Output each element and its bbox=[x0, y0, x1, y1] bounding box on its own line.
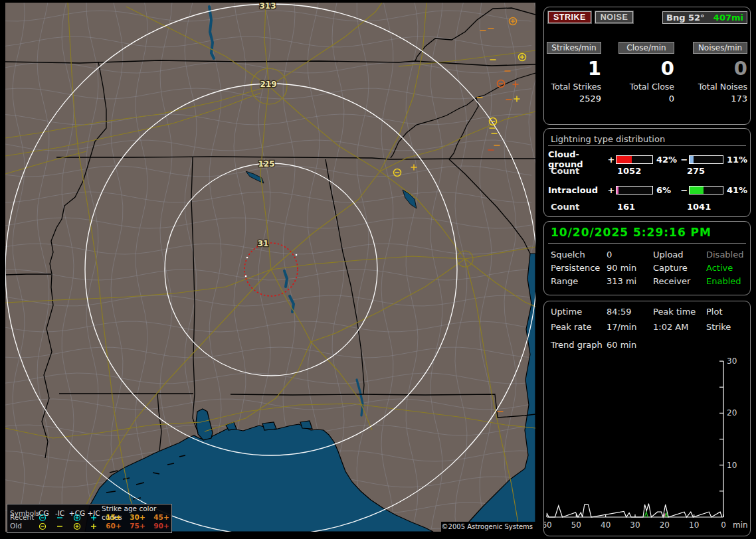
bearing-badge: Bng 52° 407mi bbox=[662, 11, 747, 24]
cg-negative-pct: 11% bbox=[723, 155, 746, 165]
cg-positive-count: 1052 bbox=[617, 166, 641, 176]
plot-value: Strike bbox=[706, 322, 746, 332]
capture-label: Capture bbox=[653, 263, 706, 273]
svg-text:125: 125 bbox=[258, 159, 274, 169]
total-noises-value: 173 bbox=[693, 94, 747, 104]
cg-negative-bar bbox=[689, 155, 723, 164]
circle-minus-icon bbox=[34, 522, 51, 530]
peak-rate-value: 17/min bbox=[607, 322, 653, 332]
peak-time-label: Peak time bbox=[653, 307, 706, 317]
plus-icon bbox=[86, 514, 102, 522]
counters-panel: STRIKE NOISE Bng 52° 407mi Strikes/min 1… bbox=[543, 7, 751, 125]
distribution-panel: Lightning type distribution Cloud-ground… bbox=[543, 128, 751, 217]
cg-negative-count: 275 bbox=[687, 166, 705, 176]
app-window: 31321912531 Symbols -CG -IC +CG +IC Stri… bbox=[0, 0, 756, 539]
svg-text:40: 40 bbox=[601, 520, 611, 530]
svg-text:10: 10 bbox=[727, 461, 737, 470]
svg-text:0: 0 bbox=[721, 520, 726, 530]
capture-status: Active bbox=[706, 263, 746, 273]
datetime-display: 10/20/2025 5:29:16 PM bbox=[551, 226, 711, 239]
close-counter-column: Close/min 0 Total Close 0 bbox=[618, 42, 674, 104]
cloud-ground-counts: Count 1052 275 bbox=[548, 166, 747, 177]
ic-negative-pct: 41% bbox=[723, 185, 746, 195]
peak-rate-label: Peak rate bbox=[551, 322, 607, 332]
circle-plus-icon bbox=[68, 514, 86, 522]
close-per-min-value: 0 bbox=[618, 56, 674, 80]
intracloud-counts: Count 161 1041 bbox=[548, 202, 747, 212]
svg-text:31: 31 bbox=[258, 239, 269, 248]
squelch-value: 0 bbox=[607, 250, 653, 260]
ic-negative-bar bbox=[689, 186, 723, 194]
range-label: Range bbox=[551, 276, 607, 286]
age-badge: 60+ bbox=[102, 522, 126, 530]
legend-row-old: Old bbox=[10, 522, 34, 530]
receiver-status: Enabled bbox=[706, 276, 746, 286]
status-panel: 10/20/2025 5:29:16 PM Squelch 0 Upload D… bbox=[543, 221, 751, 295]
svg-text:20: 20 bbox=[727, 408, 737, 418]
peak-time-value: 1:02 AM bbox=[653, 322, 706, 332]
svg-text:313: 313 bbox=[259, 3, 276, 11]
persistence-value: 90 min bbox=[607, 263, 653, 273]
age-badge: 75+ bbox=[126, 522, 149, 530]
status-row: Range 313 mi Receiver Enabled bbox=[551, 276, 746, 286]
uptime-label: Uptime bbox=[551, 307, 607, 317]
trend-panel: Uptime 84:59 Peak time Plot Peak rate 17… bbox=[543, 301, 751, 536]
legend-row-recent: Recent bbox=[10, 513, 34, 522]
svg-text:min: min bbox=[733, 520, 748, 530]
strike-mode-button[interactable]: STRIKE bbox=[548, 11, 591, 23]
ic-positive-pct: 6% bbox=[653, 185, 680, 195]
intracloud-row: Intracloud + 6% − 41% bbox=[548, 185, 747, 195]
total-noises-label: Total Noises bbox=[693, 82, 747, 92]
distribution-title: Lightning type distribution bbox=[551, 134, 665, 144]
circle-minus-icon bbox=[34, 514, 51, 522]
map-legend: Symbols -CG -IC +CG +IC Strike age color… bbox=[7, 504, 172, 533]
lightning-map[interactable]: 31321912531 Symbols -CG -IC +CG +IC Stri… bbox=[5, 3, 535, 532]
minus-icon bbox=[51, 522, 68, 530]
trend-graph: 3020106050403020100min bbox=[544, 348, 750, 536]
cg-positive-pct: 42% bbox=[653, 155, 680, 165]
noises-counter-column: Noises/min 0 Total Noises 173 bbox=[693, 42, 747, 104]
noise-mode-button[interactable]: NOISE bbox=[595, 11, 633, 23]
strikes-counter-column: Strikes/min 1 Total Strikes 2529 bbox=[547, 42, 601, 104]
persistence-label: Persistence bbox=[551, 263, 607, 273]
age-badge: 15+ bbox=[102, 513, 126, 522]
bearing-label: Bng 52° bbox=[666, 13, 705, 23]
ic-positive-bar bbox=[616, 186, 653, 194]
range-value: 313 mi bbox=[607, 276, 653, 286]
upload-status: Disabled bbox=[706, 250, 746, 260]
ic-positive-count: 161 bbox=[617, 202, 635, 212]
plot-label: Plot bbox=[706, 307, 746, 317]
plus-icon bbox=[86, 522, 102, 530]
intracloud-label: Intracloud bbox=[548, 185, 607, 195]
receiver-label: Receiver bbox=[653, 276, 706, 286]
map-canvas[interactable]: 31321912531 bbox=[5, 3, 535, 532]
strikes-per-min-label: Strikes/min bbox=[547, 42, 601, 54]
svg-text:20: 20 bbox=[660, 520, 670, 530]
status-row: Squelch 0 Upload Disabled bbox=[551, 250, 746, 260]
svg-text:10: 10 bbox=[689, 520, 699, 530]
noises-per-min-label: Noises/min bbox=[693, 42, 747, 54]
squelch-label: Squelch bbox=[551, 250, 607, 260]
upload-label: Upload bbox=[653, 250, 706, 260]
stats-row: Peak rate 17/min 1:02 AM Strike bbox=[551, 322, 746, 332]
age-badge: 45+ bbox=[149, 513, 173, 522]
total-close-label: Total Close bbox=[618, 82, 674, 92]
minus-icon bbox=[51, 514, 68, 522]
uptime-value: 84:59 bbox=[607, 307, 653, 317]
svg-text:219: 219 bbox=[260, 80, 276, 89]
strikes-per-min-value: 1 bbox=[547, 56, 601, 80]
ic-negative-count: 1041 bbox=[687, 202, 711, 212]
total-close-value: 0 bbox=[618, 94, 674, 104]
stats-row: Uptime 84:59 Peak time Plot bbox=[551, 307, 746, 317]
circle-plus-icon bbox=[68, 522, 86, 530]
svg-text:30: 30 bbox=[727, 356, 737, 366]
svg-text:60: 60 bbox=[544, 520, 552, 530]
bearing-distance: 407mi bbox=[713, 13, 743, 23]
svg-text:30: 30 bbox=[630, 520, 640, 530]
cg-positive-bar bbox=[616, 155, 653, 164]
svg-text:50: 50 bbox=[571, 520, 581, 530]
age-badge: 90+ bbox=[149, 522, 173, 530]
status-row: Persistence 90 min Capture Active bbox=[551, 263, 746, 273]
noises-per-min-value: 0 bbox=[693, 56, 747, 80]
close-per-min-label: Close/min bbox=[618, 42, 674, 54]
